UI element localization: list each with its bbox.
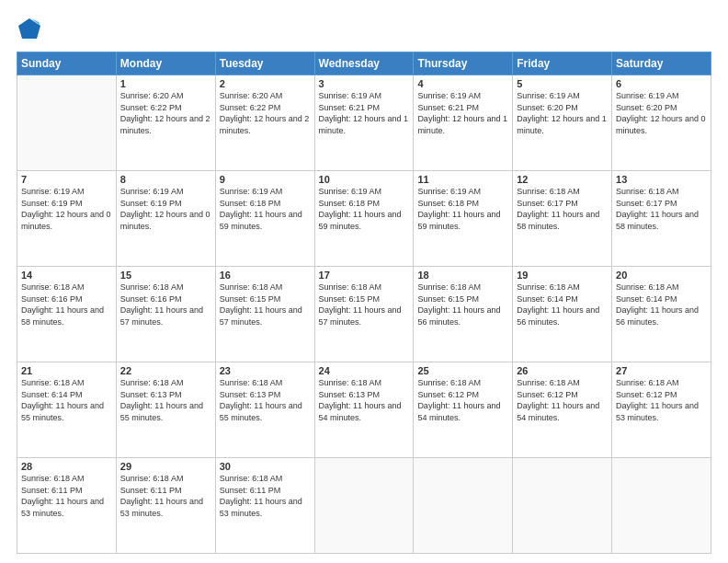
day-number: 26 <box>517 365 608 376</box>
day-number: 5 <box>517 78 608 89</box>
week-row-2: 7Sunrise: 6:19 AMSunset: 6:19 PMDaylight… <box>17 171 711 267</box>
weekday-header-wednesday: Wednesday <box>314 52 414 75</box>
day-info: Sunrise: 6:18 AMSunset: 6:13 PMDaylight:… <box>220 377 311 423</box>
weekday-header-row: SundayMondayTuesdayWednesdayThursdayFrid… <box>17 52 711 75</box>
day-number: 16 <box>220 270 311 281</box>
calendar-cell <box>314 458 414 554</box>
day-number: 3 <box>319 78 410 89</box>
day-number: 24 <box>319 365 410 376</box>
calendar-cell: 25Sunrise: 6:18 AMSunset: 6:12 PMDayligh… <box>414 362 513 458</box>
calendar-cell: 22Sunrise: 6:18 AMSunset: 6:13 PMDayligh… <box>116 362 215 458</box>
day-number: 11 <box>417 174 508 185</box>
day-number: 9 <box>220 174 311 185</box>
day-info: Sunrise: 6:18 AMSunset: 6:13 PMDaylight:… <box>319 377 410 423</box>
day-number: 22 <box>120 365 211 376</box>
week-row-3: 14Sunrise: 6:18 AMSunset: 6:16 PMDayligh… <box>17 267 711 362</box>
page: SundayMondayTuesdayWednesdayThursdayFrid… <box>0 0 728 563</box>
logo <box>17 17 46 42</box>
day-number: 12 <box>517 174 608 185</box>
day-info: Sunrise: 6:18 AMSunset: 6:12 PMDaylight:… <box>616 377 707 423</box>
day-number: 10 <box>319 174 410 185</box>
calendar-cell: 13Sunrise: 6:18 AMSunset: 6:17 PMDayligh… <box>612 171 711 267</box>
day-info: Sunrise: 6:18 AMSunset: 6:13 PMDaylight:… <box>120 377 211 423</box>
day-info: Sunrise: 6:18 AMSunset: 6:15 PMDaylight:… <box>417 282 508 327</box>
weekday-header-tuesday: Tuesday <box>215 52 314 75</box>
calendar-cell: 3Sunrise: 6:19 AMSunset: 6:21 PMDaylight… <box>314 75 414 171</box>
day-info: Sunrise: 6:19 AMSunset: 6:19 PMDaylight:… <box>120 186 211 232</box>
calendar-cell: 20Sunrise: 6:18 AMSunset: 6:14 PMDayligh… <box>612 267 711 362</box>
day-info: Sunrise: 6:19 AMSunset: 6:21 PMDaylight:… <box>417 90 508 136</box>
day-info: Sunrise: 6:18 AMSunset: 6:14 PMDaylight:… <box>21 377 112 423</box>
week-row-1: 1Sunrise: 6:20 AMSunset: 6:22 PMDaylight… <box>17 75 711 171</box>
calendar-cell: 6Sunrise: 6:19 AMSunset: 6:20 PMDaylight… <box>612 75 711 171</box>
calendar-cell: 7Sunrise: 6:19 AMSunset: 6:19 PMDaylight… <box>17 171 117 267</box>
day-number: 29 <box>120 461 211 472</box>
calendar-cell <box>612 458 711 554</box>
day-info: Sunrise: 6:18 AMSunset: 6:14 PMDaylight:… <box>616 282 707 327</box>
calendar-cell: 12Sunrise: 6:18 AMSunset: 6:17 PMDayligh… <box>513 171 612 267</box>
day-number: 18 <box>417 270 508 281</box>
day-info: Sunrise: 6:19 AMSunset: 6:20 PMDaylight:… <box>517 90 608 136</box>
day-number: 21 <box>21 365 112 376</box>
day-info: Sunrise: 6:19 AMSunset: 6:20 PMDaylight:… <box>616 90 707 136</box>
day-info: Sunrise: 6:18 AMSunset: 6:17 PMDaylight:… <box>616 186 707 232</box>
weekday-header-thursday: Thursday <box>414 52 513 75</box>
day-number: 23 <box>220 365 311 376</box>
day-info: Sunrise: 6:19 AMSunset: 6:18 PMDaylight:… <box>417 186 508 232</box>
day-info: Sunrise: 6:18 AMSunset: 6:11 PMDaylight:… <box>220 473 311 519</box>
day-info: Sunrise: 6:18 AMSunset: 6:15 PMDaylight:… <box>220 282 311 327</box>
calendar-cell: 8Sunrise: 6:19 AMSunset: 6:19 PMDaylight… <box>116 171 215 267</box>
day-info: Sunrise: 6:18 AMSunset: 6:14 PMDaylight:… <box>517 282 608 327</box>
day-number: 30 <box>220 461 311 472</box>
day-number: 4 <box>417 78 508 89</box>
calendar-cell <box>17 75 117 171</box>
weekday-header-saturday: Saturday <box>612 52 711 75</box>
day-info: Sunrise: 6:18 AMSunset: 6:16 PMDaylight:… <box>120 282 211 327</box>
day-info: Sunrise: 6:18 AMSunset: 6:15 PMDaylight:… <box>319 282 410 327</box>
calendar-cell: 29Sunrise: 6:18 AMSunset: 6:11 PMDayligh… <box>116 458 215 554</box>
weekday-header-friday: Friday <box>513 52 612 75</box>
calendar-cell: 2Sunrise: 6:20 AMSunset: 6:22 PMDaylight… <box>215 75 314 171</box>
day-info: Sunrise: 6:18 AMSunset: 6:11 PMDaylight:… <box>21 473 112 519</box>
weekday-header-monday: Monday <box>116 52 215 75</box>
calendar-cell <box>513 458 612 554</box>
day-info: Sunrise: 6:18 AMSunset: 6:12 PMDaylight:… <box>417 377 508 423</box>
day-number: 25 <box>417 365 508 376</box>
calendar-cell: 11Sunrise: 6:19 AMSunset: 6:18 PMDayligh… <box>414 171 513 267</box>
calendar-cell <box>414 458 513 554</box>
calendar-cell: 26Sunrise: 6:18 AMSunset: 6:12 PMDayligh… <box>513 362 612 458</box>
calendar-table: SundayMondayTuesdayWednesdayThursdayFrid… <box>17 52 711 554</box>
day-info: Sunrise: 6:18 AMSunset: 6:11 PMDaylight:… <box>120 473 211 519</box>
calendar-cell: 19Sunrise: 6:18 AMSunset: 6:14 PMDayligh… <box>513 267 612 362</box>
day-number: 19 <box>517 270 608 281</box>
week-row-5: 28Sunrise: 6:18 AMSunset: 6:11 PMDayligh… <box>17 458 711 554</box>
day-number: 14 <box>21 270 112 281</box>
calendar-cell: 18Sunrise: 6:18 AMSunset: 6:15 PMDayligh… <box>414 267 513 362</box>
day-info: Sunrise: 6:19 AMSunset: 6:19 PMDaylight:… <box>21 186 112 232</box>
day-info: Sunrise: 6:19 AMSunset: 6:18 PMDaylight:… <box>220 186 311 232</box>
day-info: Sunrise: 6:18 AMSunset: 6:12 PMDaylight:… <box>517 377 608 423</box>
day-info: Sunrise: 6:20 AMSunset: 6:22 PMDaylight:… <box>220 90 311 136</box>
day-number: 20 <box>616 270 707 281</box>
calendar-cell: 1Sunrise: 6:20 AMSunset: 6:22 PMDaylight… <box>116 75 215 171</box>
day-number: 15 <box>120 270 211 281</box>
weekday-header-sunday: Sunday <box>17 52 117 75</box>
calendar-cell: 10Sunrise: 6:19 AMSunset: 6:18 PMDayligh… <box>314 171 414 267</box>
calendar-cell: 15Sunrise: 6:18 AMSunset: 6:16 PMDayligh… <box>116 267 215 362</box>
calendar-cell: 4Sunrise: 6:19 AMSunset: 6:21 PMDaylight… <box>414 75 513 171</box>
day-number: 17 <box>319 270 410 281</box>
week-row-4: 21Sunrise: 6:18 AMSunset: 6:14 PMDayligh… <box>17 362 711 458</box>
calendar-cell: 23Sunrise: 6:18 AMSunset: 6:13 PMDayligh… <box>215 362 314 458</box>
day-info: Sunrise: 6:20 AMSunset: 6:22 PMDaylight:… <box>120 90 211 136</box>
calendar-cell: 5Sunrise: 6:19 AMSunset: 6:20 PMDaylight… <box>513 75 612 171</box>
day-number: 7 <box>21 174 112 185</box>
day-number: 1 <box>120 78 211 89</box>
logo-icon <box>17 17 42 42</box>
calendar-cell: 17Sunrise: 6:18 AMSunset: 6:15 PMDayligh… <box>314 267 414 362</box>
day-info: Sunrise: 6:19 AMSunset: 6:18 PMDaylight:… <box>319 186 410 232</box>
day-number: 28 <box>21 461 112 472</box>
day-info: Sunrise: 6:18 AMSunset: 6:16 PMDaylight:… <box>21 282 112 327</box>
calendar-cell: 30Sunrise: 6:18 AMSunset: 6:11 PMDayligh… <box>215 458 314 554</box>
calendar-cell: 14Sunrise: 6:18 AMSunset: 6:16 PMDayligh… <box>17 267 117 362</box>
day-number: 6 <box>616 78 707 89</box>
